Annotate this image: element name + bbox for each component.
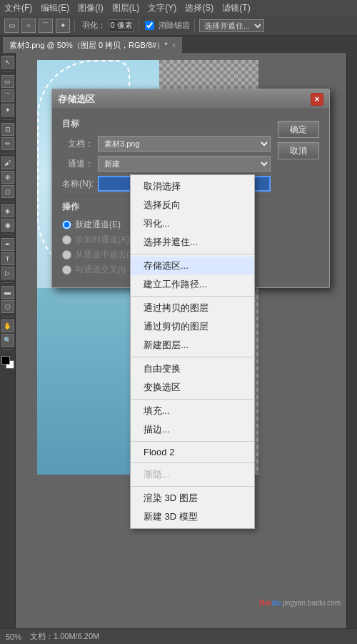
ctx-sep-3 — [131, 357, 254, 357]
radio-intersect-label: 与通道交叉(I) — [75, 264, 126, 276]
ctx-free-transform[interactable]: 自由变换 — [131, 360, 254, 378]
tool-sep-5 — [2, 234, 14, 235]
ctx-sep-4 — [131, 399, 254, 400]
antialiasing-label: 消除锯齿 — [159, 20, 190, 31]
tool-move[interactable]: ↖ — [1, 56, 14, 69]
color-swatches[interactable] — [1, 356, 14, 369]
tool-text[interactable]: T — [1, 252, 14, 265]
dialog-title: 存储选区 — [58, 93, 95, 106]
toolbar-lasso[interactable]: ⌒ — [39, 19, 53, 33]
ctx-fill[interactable]: 填充... — [131, 402, 254, 420]
menu-bar: 文件(F) 编辑(E) 图像(I) 图层(L) 文字(Y) 选择(S) 滤镜(T… — [0, 0, 357, 16]
tool-sep-8 — [2, 350, 14, 350]
tool-zoom[interactable]: 🔍 — [1, 334, 14, 347]
cancel-button[interactable]: 取消 — [278, 142, 319, 159]
feather-input[interactable] — [109, 19, 134, 32]
tab-main[interactable]: 素材3.png @ 50%（图层 0 拷贝，RGB/8#）* × — [3, 37, 182, 53]
tool-shape[interactable]: ▬ — [1, 286, 14, 299]
ctx-stroke[interactable]: 描边... — [131, 420, 254, 439]
channel-row: 通道： 新建 — [62, 156, 271, 172]
tool-crop[interactable]: ⊡ — [1, 123, 14, 136]
menu-file[interactable]: 文件(F) — [4, 2, 32, 14]
context-menu: 取消选择 选择反向 羽化... 选择并遮住... 存储选区... 建立工作路径.… — [130, 174, 255, 529]
tool-blur[interactable]: ◉ — [1, 219, 14, 232]
toolbar: ▭ ○ ⌒ ✦ 羽化： 消除锯齿 选择并遮住... — [0, 16, 357, 36]
watermark-site: jingyan.baidu.com — [283, 599, 341, 607]
status-bar: 50% 文档：1.00M/6.20M — [0, 628, 357, 644]
menu-select[interactable]: 选择(S) — [185, 2, 213, 14]
tab-close-icon[interactable]: × — [171, 41, 176, 49]
radio-subtract[interactable] — [62, 250, 71, 259]
doc-select[interactable]: 素材3.png — [98, 136, 271, 152]
radio-new-channel-label: 新建通道(E) — [75, 219, 121, 231]
ctx-cancel-select[interactable]: 取消选择 — [131, 177, 254, 196]
ok-button[interactable]: 确定 — [278, 121, 319, 138]
tool-sep-4 — [2, 201, 14, 202]
tool-brush[interactable]: 🖌 — [1, 157, 14, 169]
doc-label: 文档： — [62, 138, 94, 150]
ctx-render-3d[interactable]: 渲染 3D 图层 — [131, 489, 254, 507]
menu-filter[interactable]: 滤镜(T) — [222, 2, 250, 14]
menu-image[interactable]: 图像(I) — [78, 2, 103, 14]
right-panel — [346, 53, 357, 628]
dialog-buttons: 确定 取消 — [278, 118, 319, 279]
foreground-color-swatch[interactable] — [1, 356, 10, 365]
tool-pen[interactable]: ✒ — [1, 238, 14, 251]
toolbar-separator-3 — [194, 19, 195, 32]
ctx-make-path[interactable]: 建立工作路径... — [131, 275, 254, 294]
zoom-level: 50% — [6, 633, 21, 641]
radio-intersect[interactable] — [62, 265, 71, 274]
tool-eraser[interactable]: ◻ — [1, 185, 14, 198]
ctx-invert-select[interactable]: 选择反向 — [131, 196, 254, 214]
select-menu[interactable]: 选择并遮住... — [199, 19, 264, 32]
ctx-new-3d-model[interactable]: 新建 3D 模型 — [131, 507, 254, 526]
tool-lasso[interactable]: ⌒ — [1, 89, 14, 102]
menu-layer[interactable]: 图层(L) — [112, 2, 140, 14]
left-tools-panel: ↖ ▭ ⌒ ✦ ⊡ ✏ 🖌 ⊕ ◻ ◈ ◉ ✒ T ▷ ▬ ⬡ ✋ 🔍 — [0, 53, 16, 628]
tool-stamp[interactable]: ⊕ — [1, 171, 14, 184]
watermark: Baidu jingyan.baidu.com — [259, 598, 341, 607]
tool-sep-2 — [2, 119, 14, 120]
channel-select[interactable]: 新建 — [98, 156, 271, 172]
tool-sep-6 — [2, 282, 14, 283]
ctx-cut-layer[interactable]: 通过剪切的图层 — [131, 317, 254, 336]
target-section-title: 目标 — [62, 118, 271, 130]
tool-path-select[interactable]: ▷ — [1, 267, 14, 279]
name-label: 名称(N): — [62, 178, 94, 190]
toolbar-separator-2 — [139, 19, 139, 32]
ctx-transform-selection[interactable]: 变换选区 — [131, 378, 254, 397]
ctx-sep-1 — [131, 254, 254, 254]
menu-text[interactable]: 文字(Y) — [148, 2, 176, 14]
tool-3d[interactable]: ⬡ — [1, 300, 14, 313]
ctx-flood2[interactable]: Flood 2 — [131, 444, 254, 460]
antialiasing-checkbox[interactable] — [145, 21, 154, 30]
workspace: ↖ ▭ ⌒ ✦ ⊡ ✏ 🖌 ⊕ ◻ ◈ ◉ ✒ T ▷ ▬ ⬡ ✋ 🔍 — [0, 53, 357, 628]
tool-sep-1 — [2, 71, 14, 72]
tool-sep-7 — [2, 316, 14, 317]
menu-edit[interactable]: 编辑(E) — [41, 2, 69, 14]
tab-bar: 素材3.png @ 50%（图层 0 拷贝，RGB/8#）* × — [0, 36, 357, 53]
radio-add[interactable] — [62, 235, 71, 244]
tool-gradient[interactable]: ◈ — [1, 204, 14, 217]
ctx-feather[interactable]: 羽化... — [131, 214, 254, 233]
tool-sep-3 — [2, 153, 14, 154]
tool-eyedropper[interactable]: ✏ — [1, 137, 14, 150]
tab-label: 素材3.png @ 50%（图层 0 拷贝，RGB/8#）* — [9, 40, 167, 51]
toolbar-separator-1 — [74, 19, 75, 32]
tool-magic-wand[interactable]: ✦ — [1, 104, 14, 117]
ctx-save-selection[interactable]: 存储选区... — [131, 257, 254, 275]
canvas-area: 存储选区 × 目标 文档： 素材3.png 通道： — [16, 53, 346, 628]
ctx-new-layer[interactable]: 新建图层... — [131, 336, 254, 355]
ctx-sep-5 — [131, 441, 254, 442]
tool-rect-select[interactable]: ▭ — [1, 75, 14, 88]
ctx-select-mask[interactable]: 选择并遮住... — [131, 233, 254, 252]
toolbar-ellipse-select[interactable]: ○ — [21, 19, 36, 33]
watermark-logo: Baidu — [259, 598, 281, 607]
ctx-copy-layer[interactable]: 通过拷贝的图层 — [131, 299, 254, 317]
dialog-close-button[interactable]: × — [311, 93, 323, 106]
toolbar-rect-select[interactable]: ▭ — [4, 19, 19, 33]
tool-hand[interactable]: ✋ — [1, 319, 14, 332]
toolbar-magic[interactable]: ✦ — [56, 19, 70, 33]
ctx-sep-2 — [131, 296, 254, 297]
radio-new-channel[interactable] — [62, 220, 71, 229]
